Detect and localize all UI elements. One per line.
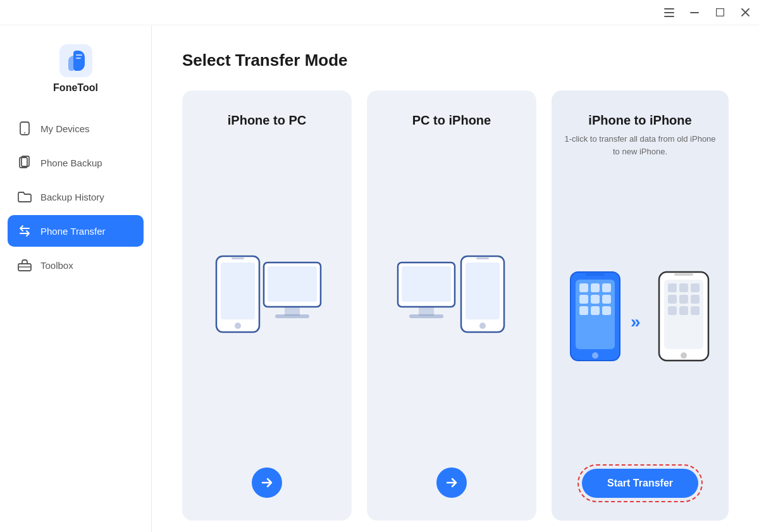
sidebar-item-phone-backup[interactable]: Phone Backup bbox=[8, 147, 144, 178]
title-bar-controls bbox=[663, 6, 751, 19]
svg-rect-38 bbox=[591, 295, 600, 304]
transfer-cards-container: iPhone to PC bbox=[182, 90, 729, 521]
transfer-icon bbox=[18, 224, 32, 238]
iphone-to-pc-arrow-btn[interactable] bbox=[252, 467, 282, 498]
svg-point-43 bbox=[592, 352, 598, 359]
iphone-to-iphone-card[interactable]: iPhone to iPhone 1-click to transfer all… bbox=[552, 90, 729, 521]
start-transfer-button[interactable]: Start Transfer bbox=[582, 469, 698, 498]
phone-icon bbox=[18, 121, 32, 135]
app-logo-text: FoneTool bbox=[53, 82, 98, 94]
sidebar: FoneTool My Devices bbox=[0, 25, 152, 532]
svg-rect-52 bbox=[679, 295, 688, 304]
svg-rect-9 bbox=[76, 58, 81, 59]
svg-rect-49 bbox=[679, 283, 688, 292]
minimize-button[interactable] bbox=[688, 6, 701, 19]
iphone-to-iphone-title: iPhone to iPhone bbox=[588, 113, 691, 128]
svg-rect-54 bbox=[668, 306, 677, 315]
svg-rect-3 bbox=[690, 12, 699, 13]
pc-to-iphone-arrow-btn[interactable] bbox=[436, 467, 467, 498]
svg-rect-48 bbox=[668, 283, 677, 292]
svg-rect-31 bbox=[476, 257, 489, 259]
sidebar-item-my-devices-label: My Devices bbox=[40, 123, 90, 134]
svg-rect-42 bbox=[602, 306, 611, 315]
sidebar-item-backup-history-label: Backup History bbox=[40, 192, 104, 202]
svg-rect-21 bbox=[268, 266, 317, 302]
folder-icon bbox=[18, 190, 32, 204]
svg-text:»: » bbox=[631, 312, 641, 331]
iphone-to-iphone-subtitle: 1-click to transfer all data from old iP… bbox=[564, 133, 716, 158]
maximize-button[interactable] bbox=[713, 6, 726, 19]
svg-rect-22 bbox=[285, 307, 300, 316]
pc-iphone-svg bbox=[388, 244, 515, 357]
iphone-to-pc-illustration bbox=[195, 133, 339, 467]
svg-point-57 bbox=[681, 352, 687, 359]
svg-rect-34 bbox=[579, 283, 588, 292]
svg-rect-39 bbox=[602, 295, 611, 304]
close-button[interactable] bbox=[739, 6, 751, 19]
sidebar-item-phone-transfer-label: Phone Transfer bbox=[40, 226, 106, 237]
svg-rect-4 bbox=[716, 9, 724, 16]
svg-rect-0 bbox=[664, 8, 674, 9]
title-bar bbox=[0, 0, 759, 25]
svg-rect-53 bbox=[691, 295, 700, 304]
sidebar-nav: My Devices Phone Backup bbox=[0, 113, 151, 281]
sidebar-logo: FoneTool bbox=[0, 32, 151, 113]
svg-point-30 bbox=[479, 323, 486, 329]
svg-rect-27 bbox=[409, 314, 443, 318]
svg-rect-37 bbox=[579, 295, 588, 304]
sidebar-item-phone-backup-label: Phone Backup bbox=[40, 158, 102, 168]
svg-rect-55 bbox=[679, 306, 688, 315]
svg-rect-19 bbox=[231, 257, 244, 259]
svg-point-18 bbox=[235, 323, 241, 329]
svg-rect-36 bbox=[602, 283, 611, 292]
svg-rect-58 bbox=[674, 273, 693, 276]
svg-rect-26 bbox=[419, 307, 434, 316]
iphone-iphone-svg: » bbox=[564, 259, 716, 386]
svg-rect-35 bbox=[591, 283, 600, 292]
svg-point-11 bbox=[24, 132, 25, 133]
pc-to-iphone-illustration bbox=[379, 133, 524, 467]
svg-rect-8 bbox=[76, 54, 82, 56]
svg-rect-50 bbox=[691, 283, 700, 292]
svg-rect-29 bbox=[466, 263, 500, 319]
iphone-to-iphone-illustration: » bbox=[564, 176, 716, 469]
sidebar-item-toolbox-label: Toolbox bbox=[40, 260, 73, 271]
svg-rect-56 bbox=[691, 306, 700, 315]
main-content: Select Transfer Mode iPhone to PC bbox=[152, 25, 759, 532]
svg-rect-44 bbox=[586, 273, 605, 276]
backup-icon bbox=[18, 156, 32, 170]
page-title: Select Transfer Mode bbox=[182, 51, 729, 70]
iphone-pc-svg bbox=[204, 244, 330, 357]
pc-to-iphone-title: PC to iPhone bbox=[412, 113, 491, 128]
menu-button[interactable] bbox=[663, 6, 676, 19]
sidebar-item-backup-history[interactable]: Backup History bbox=[8, 181, 144, 213]
svg-rect-1 bbox=[664, 12, 674, 13]
toolbox-icon bbox=[18, 258, 32, 272]
svg-rect-17 bbox=[221, 263, 255, 319]
app-logo-icon bbox=[59, 44, 92, 77]
svg-rect-41 bbox=[591, 306, 600, 315]
svg-rect-2 bbox=[664, 16, 674, 17]
sidebar-item-my-devices[interactable]: My Devices bbox=[8, 113, 144, 144]
svg-rect-23 bbox=[275, 314, 309, 318]
iphone-to-pc-title: iPhone to PC bbox=[228, 113, 306, 128]
svg-rect-51 bbox=[668, 295, 677, 304]
iphone-to-pc-card[interactable]: iPhone to PC bbox=[182, 90, 352, 521]
svg-rect-25 bbox=[402, 266, 451, 302]
sidebar-item-toolbox[interactable]: Toolbox bbox=[8, 249, 144, 281]
app-body: FoneTool My Devices bbox=[0, 25, 759, 532]
svg-rect-40 bbox=[579, 306, 588, 315]
sidebar-item-phone-transfer[interactable]: Phone Transfer bbox=[8, 215, 144, 247]
pc-to-iphone-card[interactable]: PC to iPhone bbox=[367, 90, 536, 521]
